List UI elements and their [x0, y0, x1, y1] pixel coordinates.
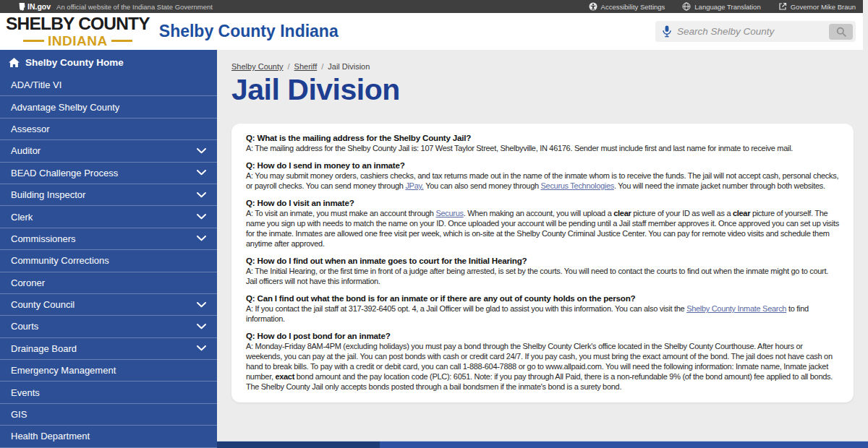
answer-text: . When making an account, you will uploa…	[464, 209, 614, 217]
sidebar-item-label: Courts	[11, 321, 38, 332]
sidebar-home-label: Shelby County Home	[25, 57, 124, 68]
breadcrumb-separator: /	[288, 62, 290, 71]
search-input[interactable]	[677, 26, 829, 37]
faq-list: Q: What is the mailing address for the S…	[246, 133, 839, 392]
faq-question: Q: Can I find out what the bond is for a…	[246, 293, 839, 303]
governor-label: Governor Mike Braun	[791, 3, 856, 11]
search-button[interactable]	[829, 24, 853, 40]
gov-topbar: IN.gov An official website of the Indian…	[0, 0, 863, 13]
sidebar-item-label: Emergency Management	[11, 365, 116, 376]
faq-answer: A: The mailing address for the Shelby Co…	[246, 143, 839, 153]
sidebar-item-events[interactable]: Events	[0, 382, 217, 403]
sidebar-item-label: Assessor	[11, 124, 49, 134]
sidebar-item-ada-title-vi[interactable]: ADA/Title VI	[0, 74, 217, 96]
sidebar-item-label: Clerk	[11, 212, 33, 223]
search-icon	[836, 27, 846, 37]
chevron-down-icon	[197, 170, 206, 176]
faq-item: Q: How do I visit an inmate?A: To visit …	[246, 198, 839, 249]
microphone-button[interactable]	[663, 25, 671, 38]
chevron-down-icon	[197, 302, 206, 308]
sidebar-item-coroner[interactable]: Coroner	[0, 272, 217, 294]
faq-question: Q: What is the mailing address for the S…	[246, 133, 839, 143]
chevron-down-icon	[197, 192, 206, 198]
content-link-jpay[interactable]: JPay.	[405, 181, 423, 190]
chevron-down-icon	[197, 345, 206, 351]
chevron-down-icon	[197, 302, 206, 308]
faq-question: Q: How do I send in money to an inmate?	[246, 160, 839, 171]
accessibility-settings-link[interactable]: Accessibility Settings	[589, 2, 665, 11]
breadcrumb-current: Jail Division	[328, 62, 370, 71]
answer-text: picture of your ID as well as a	[631, 209, 733, 217]
page-title: Jail Division	[231, 73, 863, 107]
breadcrumb: Shelby County/Sheriff/Jail Division	[231, 62, 863, 71]
emphasized-text: clear	[613, 209, 631, 217]
sidebar-item-label: Health Department	[11, 431, 90, 441]
content-link-shelby-county-inmate-search[interactable]: Shelby County Inmate Search	[686, 304, 786, 313]
breadcrumb-sheriff[interactable]: Sheriff	[294, 62, 318, 71]
site-title: Shelby County Indiana	[159, 22, 339, 41]
sidebar-item-label: Drainage Board	[11, 343, 77, 354]
sidebar-item-health-department[interactable]: Health Department	[0, 426, 217, 447]
accessibility-icon	[589, 2, 597, 11]
sidebar-item-gis[interactable]: GIS	[0, 404, 217, 426]
main-content: Shelby County/Sheriff/Jail Division Jail…	[217, 50, 863, 441]
faq-question: Q: How do I post bond for an inmate?	[246, 331, 839, 341]
faq-item: Q: How do I find out when an inmate goes…	[246, 256, 839, 286]
chevron-down-icon	[197, 324, 206, 329]
page: IN.gov An official website of the Indian…	[0, 0, 868, 448]
chevron-down-icon	[197, 345, 206, 351]
accessibility-settings-label: Accessibility Settings	[601, 3, 665, 11]
breadcrumb-shelby-county[interactable]: Shelby County	[231, 62, 284, 71]
faq-answer: A: To visit an inmate, you must make an …	[246, 208, 839, 249]
logo-line1: SHELBY COUNTY	[6, 15, 150, 33]
emphasized-text: exact	[275, 372, 294, 381]
answer-text: A: The mailing address for the Shelby Co…	[246, 144, 793, 152]
chevron-down-icon	[197, 236, 206, 241]
sidebar-item-courts[interactable]: Courts	[0, 316, 217, 337]
chevron-down-icon	[197, 170, 206, 176]
sidebar-item-drainage-board[interactable]: Drainage Board	[0, 338, 217, 360]
sidebar-item-home[interactable]: Shelby County Home	[0, 50, 217, 74]
sidebar-items: ADA/Title VIAdvantage Shelby CountyAsses…	[0, 74, 217, 448]
sidebar-item-building-inspector[interactable]: Building Inspector	[0, 184, 217, 206]
search-box	[655, 21, 856, 42]
sidebar-item-advantage-shelby-county[interactable]: Advantage Shelby County	[0, 96, 217, 118]
faq-card: Q: What is the mailing address for the S…	[231, 124, 854, 402]
governor-link[interactable]: Governor Mike Braun	[778, 2, 856, 11]
chevron-down-icon	[197, 214, 206, 220]
answer-text: A: To visit an inmate, you must make an …	[246, 209, 435, 217]
faq-item: Q: How do I send in money to an inmate?A…	[246, 160, 839, 191]
sidebar-item-bead-challenge-process[interactable]: BEAD Challenge Process	[0, 163, 217, 184]
chevron-down-icon	[197, 148, 206, 154]
shelby-county-logo[interactable]: SHELBY COUNTY INDIANA	[6, 15, 150, 48]
sidebar-item-label: Community Corrections	[11, 255, 109, 266]
faq-item: Q: How do I post bond for an inmate?A: M…	[246, 331, 839, 392]
sidebar-item-commissioners[interactable]: Commissioners	[0, 228, 217, 250]
globe-icon	[682, 2, 691, 11]
faq-question: Q: How do I find out when an inmate goes…	[246, 256, 839, 266]
footer-blue-segment	[380, 441, 868, 448]
sidebar-item-emergency-management[interactable]: Emergency Management	[0, 360, 217, 382]
ingov-logo[interactable]: IN.gov	[19, 2, 51, 11]
faq-answer: A: If you contact the jail staff at 317-…	[246, 303, 839, 324]
language-translation-label: Language Translation	[694, 3, 760, 11]
breadcrumb-separator: /	[321, 62, 323, 71]
emphasized-text: clear	[733, 209, 750, 217]
ingov-logo-text: IN.gov	[27, 2, 51, 11]
sidebar-item-clerk[interactable]: Clerk	[0, 206, 217, 228]
sidebar-item-auditor[interactable]: Auditor	[0, 140, 217, 162]
content-link-securus[interactable]: Securus	[435, 209, 463, 217]
faq-answer: A: You may submit money orders, cashiers…	[246, 171, 839, 191]
chevron-down-icon	[197, 214, 206, 220]
answer-text: You can also send money through	[424, 181, 541, 190]
sidebar-item-label: Building Inspector	[11, 189, 85, 200]
sidebar-item-community-corrections[interactable]: Community Corrections	[0, 250, 217, 272]
faq-question: Q: How do I visit an inmate?	[246, 198, 839, 208]
sidebar-item-label: BEAD Challenge Process	[11, 168, 118, 178]
sidebar-item-assessor[interactable]: Assessor	[0, 119, 217, 140]
sidebar-item-county-council[interactable]: County Council	[0, 294, 217, 316]
logo-right-rule	[111, 40, 132, 42]
official-website-text: An official website of the Indiana State…	[56, 3, 213, 11]
content-link-securus-technologies[interactable]: Securus Technologies	[541, 181, 614, 190]
language-translation-link[interactable]: Language Translation	[682, 2, 760, 11]
